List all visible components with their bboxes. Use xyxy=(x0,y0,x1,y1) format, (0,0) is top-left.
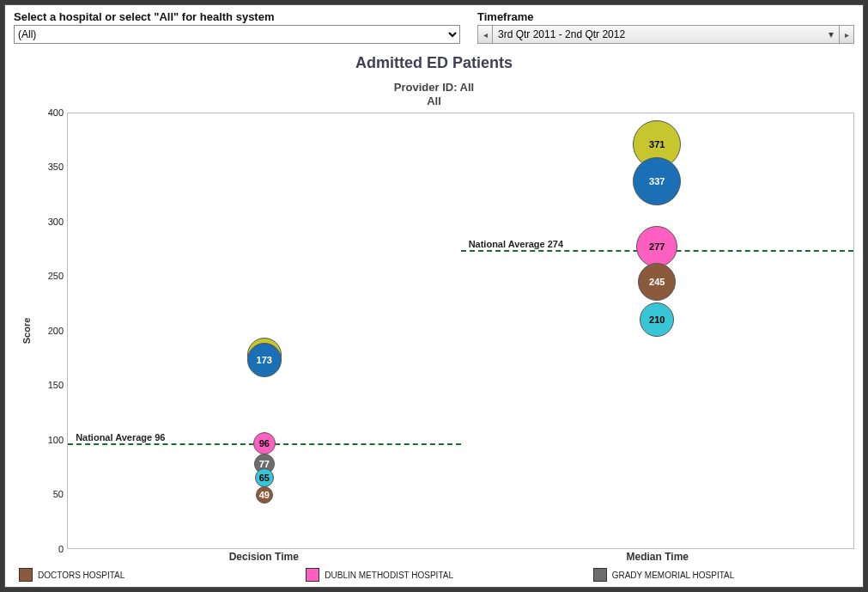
legend: DOCTORS HOSPITALDUBLIN METHODIST HOSPITA… xyxy=(14,563,854,582)
y-tick: 200 xyxy=(48,326,64,336)
legend-item[interactable]: DOCTORS HOSPITAL xyxy=(19,568,280,582)
chart-subtitle-provider: Provider ID: All xyxy=(14,81,854,95)
legend-swatch xyxy=(306,568,319,582)
timeframe-value: 3rd Qtr 2011 - 2nd Qtr 2012 xyxy=(498,28,625,40)
y-axis-label: Score xyxy=(21,317,32,344)
legend-label: DUBLIN METHODIST HOSPITAL xyxy=(325,571,453,580)
chart-plot-area: National Average 96National Average 2743… xyxy=(67,113,854,550)
y-tick: 150 xyxy=(48,380,64,390)
y-tick: 0 xyxy=(58,544,64,554)
x-category-label: Decision Time xyxy=(67,551,461,563)
y-tick: 50 xyxy=(53,489,64,499)
y-axis-ticks: 050100150200250300350400 xyxy=(39,113,67,550)
data-bubble[interactable]: 49 xyxy=(256,486,273,504)
legend-label: DOCTORS HOSPITAL xyxy=(38,571,124,580)
y-tick: 400 xyxy=(48,107,64,118)
legend-swatch xyxy=(19,568,33,582)
national-average-label: National Average 96 xyxy=(76,432,165,443)
data-bubble[interactable]: 173 xyxy=(247,343,282,377)
y-tick: 100 xyxy=(48,435,64,445)
legend-item[interactable]: GRADY MEMORIAL HOSPITAL xyxy=(593,568,854,582)
chevron-left-icon: ◂ xyxy=(483,30,488,40)
legend-swatch xyxy=(593,568,607,582)
y-tick: 300 xyxy=(48,217,64,227)
timeframe-next-button[interactable]: ▸ xyxy=(839,25,854,44)
data-bubble[interactable]: 96 xyxy=(253,432,276,455)
chevron-right-icon: ▸ xyxy=(845,30,849,40)
data-bubble[interactable]: 245 xyxy=(638,263,676,301)
national-average-label: National Average 274 xyxy=(469,239,563,250)
x-category-label: Median Time xyxy=(461,551,855,563)
data-bubble[interactable]: 277 xyxy=(636,226,677,267)
data-bubble[interactable]: 210 xyxy=(640,302,674,337)
legend-label: GRADY MEMORIAL HOSPITAL xyxy=(612,571,735,580)
timeframe-label: Timeframe xyxy=(477,10,854,23)
chart-title: Admitted ED Patients xyxy=(14,54,854,72)
chart-subtitle-filter: All xyxy=(14,95,854,108)
hospital-select[interactable]: (All) xyxy=(14,25,460,44)
hospital-label: Select a hospital or select "All" for he… xyxy=(14,10,460,23)
y-tick: 350 xyxy=(48,162,64,172)
data-bubble[interactable]: 337 xyxy=(633,157,681,205)
timeframe-select[interactable]: 3rd Qtr 2011 - 2nd Qtr 2012 xyxy=(493,25,839,44)
data-bubble[interactable]: 65 xyxy=(255,468,274,487)
timeframe-prev-button[interactable]: ◂ xyxy=(477,25,493,44)
legend-item[interactable]: DUBLIN METHODIST HOSPITAL xyxy=(306,568,567,582)
y-tick: 250 xyxy=(48,271,64,281)
